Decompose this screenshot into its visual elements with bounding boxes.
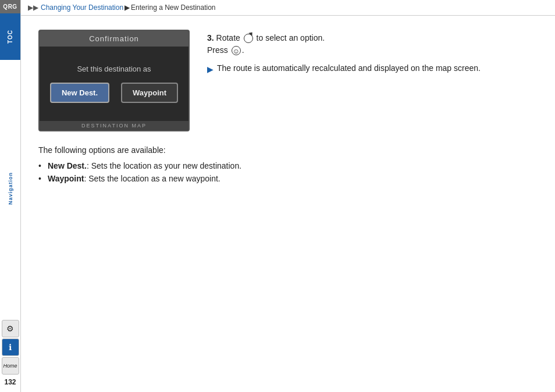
breadcrumb-separator1: ▶ [124, 3, 130, 12]
settings-icon[interactable]: ⚙ [2, 320, 19, 337]
step-main-text: 3. Rotate to select an option. Press . [207, 32, 538, 56]
sidebar-toc-label[interactable]: TOC [0, 13, 20, 60]
option1-bold: New Dest. [48, 161, 87, 170]
conf-buttons: New Dest. Waypoint [50, 83, 178, 103]
list-item: New Dest.: Sets the location as your new… [38, 159, 538, 172]
info-icon[interactable]: ℹ [2, 338, 19, 356]
step-instructions: 3. Rotate to select an option. Press . ▶… [207, 30, 538, 131]
option2-bold: Waypoint [48, 174, 84, 183]
options-list: New Dest.: Sets the location as your new… [38, 159, 538, 186]
option2-text: : Sets the location as a new waypoint. [84, 174, 220, 183]
option1-text: : Sets the location as your new destinat… [87, 161, 241, 170]
step-number: 3. [207, 33, 214, 42]
breadcrumb-arrows: ▶▶ [28, 3, 38, 12]
result-text: The route is automatically recalculated … [217, 62, 481, 76]
step-result: ▶ The route is automatically recalculate… [207, 62, 538, 76]
options-section: The following options are available: New… [38, 145, 538, 186]
sidebar: QRG TOC Navigation ⚙ ℹ Home 132 [0, 0, 21, 392]
step-rotate-label: Rotate [216, 33, 243, 42]
sidebar-nav-label: Navigation [0, 60, 20, 316]
options-intro: The following options are available: [38, 145, 538, 155]
main-content: ▶▶ Changing Your Destination ▶ Entering … [21, 0, 555, 392]
new-dest-button[interactable]: New Dest. [50, 83, 109, 103]
sidebar-bottom-icons: ⚙ ℹ Home 132 [0, 316, 20, 392]
breadcrumb-part1[interactable]: Changing Your Destination [41, 3, 123, 12]
conf-footer: DESTINATION MAP [40, 121, 188, 130]
waypoint-button[interactable]: Waypoint [121, 83, 178, 103]
conf-title: Confirmation [40, 31, 188, 47]
breadcrumb-bar: ▶▶ Changing Your Destination ▶ Entering … [21, 0, 555, 16]
confirmation-screen: Confirmation Set this destination as New… [38, 30, 190, 131]
conf-body: Set this destination as New Dest. Waypoi… [40, 47, 188, 121]
page-number: 132 [3, 376, 17, 389]
home-icon[interactable]: Home [2, 357, 19, 375]
press-icon [232, 46, 241, 55]
result-arrow: ▶ [207, 63, 214, 76]
conf-subtitle: Set this destination as [77, 65, 151, 73]
content-area: Confirmation Set this destination as New… [21, 16, 555, 392]
step-press-label: Press [207, 45, 228, 55]
sidebar-qrg-label[interactable]: QRG [0, 0, 20, 13]
rotate-icon [244, 34, 253, 43]
step-section: Confirmation Set this destination as New… [38, 30, 538, 131]
breadcrumb-part2: Entering a New Destination [131, 3, 215, 12]
list-item: Waypoint: Sets the location as a new way… [38, 172, 538, 185]
step-select-text: to select an option. [257, 33, 325, 42]
